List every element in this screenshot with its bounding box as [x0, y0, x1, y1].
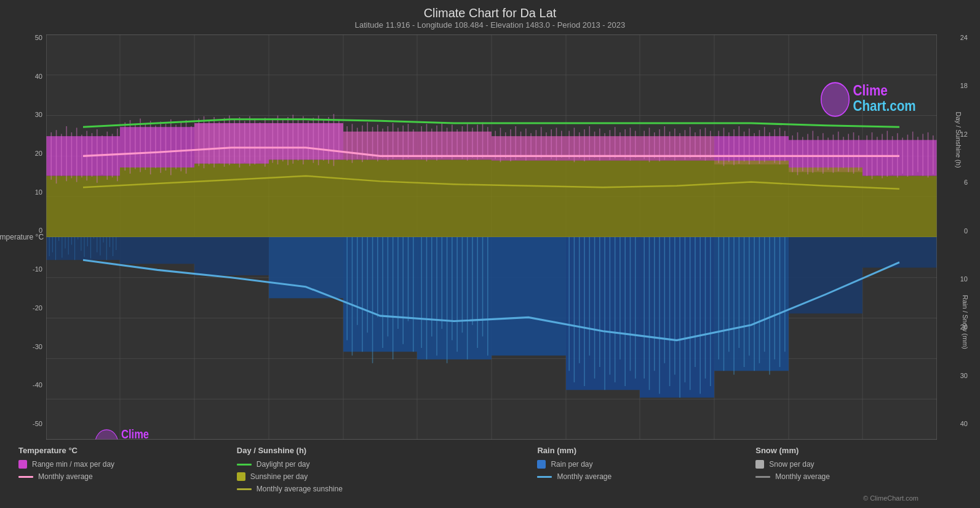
legend-snow-day-label: Snow per day: [769, 460, 814, 469]
legend-sunshine-day-swatch: [237, 472, 245, 481]
y-axis-right-sunshine-label: Day / Sunshine (h): [954, 111, 962, 167]
legend-sunshine-avg-swatch: [237, 488, 252, 490]
legend-sunshine: Day / Sunshine (h) Daylight per day Suns…: [237, 446, 525, 493]
svg-rect-24: [120, 237, 194, 264]
chart-inner: Clime Chart.com Clime Chart.com Jan Feb …: [46, 34, 937, 440]
legend-rain-day-swatch: [537, 460, 546, 469]
legend-temp-range-label: Range min / max per day: [32, 460, 114, 469]
svg-rect-60: [269, 123, 343, 160]
svg-rect-74: [417, 160, 492, 237]
svg-rect-71: [194, 164, 269, 237]
legend-snow: Snow (mm) Snow per day Monthly average: [755, 446, 962, 493]
svg-rect-59: [194, 123, 269, 164]
y-tick-left-20: 20: [35, 150, 42, 157]
y-axis-right-rain-label: Rain / Snow (mm): [962, 295, 969, 349]
svg-rect-34: [862, 237, 937, 268]
legend-rain-title: Rain (mm): [537, 446, 743, 455]
chart-header: Climate Chart for Da Lat Latitude 11.916…: [12, 6, 968, 30]
legend-rain: Rain (mm) Rain per day Monthly average: [537, 446, 743, 493]
y-tick-left-n50: -50: [33, 421, 42, 427]
chart-subtitle: Latitude 11.916 - Longitude 108.484 - El…: [12, 20, 968, 30]
svg-rect-70: [120, 167, 194, 237]
svg-rect-72: [269, 160, 343, 237]
legend-rain-day: Rain per day: [537, 460, 743, 469]
svg-text:Clime: Clime: [121, 427, 149, 440]
copyright: © ClimeChart.com: [12, 494, 968, 502]
legend-snow-day: Snow per day: [755, 460, 962, 469]
svg-rect-73: [343, 160, 417, 237]
y-tick-left-n30: -30: [33, 344, 42, 350]
y-tick-left-50: 50: [35, 34, 42, 41]
y-axis-left-label: Temperature °C: [0, 233, 44, 241]
legend-snow-title: Snow (mm): [755, 446, 962, 455]
legend-sunshine-title: Day / Sunshine (h): [237, 446, 525, 455]
legend-daylight: Daylight per day: [237, 460, 525, 469]
legend-temp-avg-label: Monthly average: [38, 472, 93, 481]
legend-temp-range: Range min / max per day: [18, 460, 225, 469]
y-tick-right-18: 18: [941, 83, 968, 89]
y-tick-right-6: 6: [941, 179, 968, 186]
y-tick-left-n10: -10: [33, 266, 42, 273]
y-tick-left-n40: -40: [33, 382, 42, 389]
svg-rect-29: [492, 237, 566, 355]
legend-snow-avg: Monthly average: [755, 472, 962, 481]
legend-rain-avg-swatch: [537, 476, 552, 478]
chart-title: Climate Chart for Da Lat: [12, 6, 968, 20]
legend-area: Temperature °C Range min / max per day M…: [12, 440, 968, 493]
page-wrapper: Climate Chart for Da Lat Latitude 11.916…: [0, 0, 980, 508]
svg-rect-77: [640, 161, 714, 237]
y-axis-left: Temperature °C 50 40 30 20 10 0 -10 -20 …: [12, 34, 46, 440]
svg-rect-75: [492, 161, 566, 237]
legend-rain-avg-label: Monthly average: [557, 472, 612, 481]
legend-sunshine-avg-label: Monthly average sunshine: [257, 485, 343, 493]
svg-text:Chart.com: Chart.com: [853, 97, 915, 114]
legend-sunshine-day: Sunshine per day: [237, 472, 525, 481]
y-tick-left-30: 30: [35, 111, 42, 118]
y-tick-right-0: 0: [941, 228, 968, 235]
legend-sunshine-avg: Monthly average sunshine: [237, 485, 525, 493]
y-tick-left-10: 10: [35, 189, 42, 196]
y-tick-right-24: 24: [941, 34, 968, 41]
svg-rect-76: [566, 161, 640, 237]
svg-rect-31: [640, 237, 714, 398]
svg-rect-66: [714, 136, 789, 164]
svg-rect-28: [417, 237, 492, 360]
y-tick-right-30: 30: [941, 373, 968, 379]
y-tick-right-10: 10: [941, 276, 968, 283]
svg-rect-80: [862, 176, 937, 237]
legend-temp-avg: Monthly average: [18, 472, 225, 481]
svg-rect-68: [862, 140, 937, 175]
legend-sunshine-day-label: Sunshine per day: [250, 472, 308, 481]
chart-svg: Clime Chart.com Clime Chart.com: [46, 34, 937, 440]
svg-rect-26: [269, 237, 343, 298]
legend-rain-avg: Monthly average: [537, 472, 743, 481]
legend-temp-range-swatch: [18, 460, 27, 469]
y-tick-left-n20: -20: [33, 305, 42, 312]
legend-rain-day-label: Rain per day: [551, 460, 592, 469]
legend-snow-avg-swatch: [755, 476, 770, 478]
legend-daylight-swatch: [237, 464, 252, 466]
legend-snow-avg-label: Monthly average: [775, 472, 830, 481]
legend-temperature-title: Temperature °C: [18, 446, 225, 455]
svg-rect-32: [714, 237, 789, 371]
svg-rect-69: [46, 176, 120, 237]
y-tick-left-40: 40: [35, 73, 42, 80]
svg-rect-78: [714, 161, 789, 237]
svg-rect-79: [789, 167, 862, 237]
svg-rect-33: [789, 237, 862, 313]
y-tick-right-40: 40: [941, 421, 968, 427]
legend-temperature: Temperature °C Range min / max per day M…: [18, 446, 225, 493]
svg-rect-25: [194, 237, 269, 275]
svg-rect-27: [343, 237, 417, 352]
legend-temp-avg-swatch: [18, 476, 33, 478]
svg-rect-58: [120, 127, 194, 167]
legend-snow-day-swatch: [755, 460, 764, 469]
svg-rect-30: [566, 237, 640, 390]
legend-daylight-label: Daylight per day: [257, 460, 310, 469]
svg-rect-23: [46, 237, 120, 260]
chart-area: Temperature °C 50 40 30 20 10 0 -10 -20 …: [12, 34, 968, 440]
